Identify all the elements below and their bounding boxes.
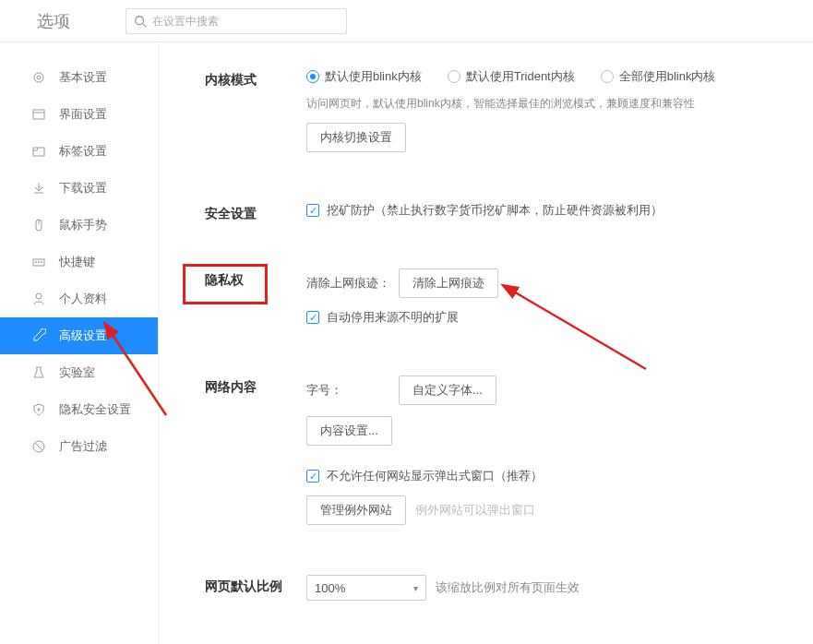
section-label-security: 安全设置 xyxy=(205,202,306,222)
checkbox-mining-protect[interactable]: 挖矿防护（禁止执行数字货币挖矿脚本，防止硬件资源被利用） xyxy=(306,202,663,219)
svg-rect-6 xyxy=(33,148,44,156)
zoom-select[interactable]: 100% ▾ xyxy=(306,575,426,601)
sidebar-item-download[interactable]: 下载设置 xyxy=(0,170,158,207)
zoom-hint: 该缩放比例对所有页面生效 xyxy=(436,579,580,596)
font-label: 字号： xyxy=(306,382,399,399)
sidebar-item-label: 界面设置 xyxy=(59,106,107,123)
svg-point-3 xyxy=(37,76,41,79)
custom-font-button[interactable]: 自定义字体... xyxy=(399,376,496,405)
gear-icon xyxy=(31,70,46,85)
radio-label: 全部使用blink内核 xyxy=(619,68,716,85)
chevron-down-icon: ▾ xyxy=(413,583,418,593)
window-icon xyxy=(31,107,46,122)
svg-point-10 xyxy=(36,262,37,263)
radio-blink-all[interactable]: 全部使用blink内核 xyxy=(601,68,716,85)
sidebar-item-tabs[interactable]: 标签设置 xyxy=(0,133,158,170)
kernel-desc: 访问网页时，默认使用blink内核，智能选择最佳的浏览模式，兼顾速度和兼容性 xyxy=(306,96,795,112)
svg-point-0 xyxy=(136,16,144,24)
sidebar-item-profile[interactable]: 个人资料 xyxy=(0,280,158,317)
checkbox-icon xyxy=(306,311,319,324)
clear-traces-label: 清除上网痕迹： xyxy=(306,275,399,292)
radio-blink-default[interactable]: 默认使用blink内核 xyxy=(306,68,422,85)
sidebar-item-label: 下载设置 xyxy=(59,180,107,197)
radio-label: 默认使用Trident内核 xyxy=(466,68,575,85)
page-title: 选项 xyxy=(37,10,70,32)
search-box[interactable] xyxy=(126,8,347,34)
svg-line-17 xyxy=(35,443,42,450)
sidebar-item-label: 鼠标手势 xyxy=(59,217,107,233)
search-icon xyxy=(134,15,147,28)
section-label-webcontent: 网络内容 xyxy=(205,376,306,396)
svg-point-12 xyxy=(42,262,42,263)
sidebar-item-adblock[interactable]: 广告过滤 xyxy=(0,428,158,465)
radio-trident-default[interactable]: 默认使用Trident内核 xyxy=(448,68,575,85)
clear-traces-button[interactable]: 清除上网痕迹 xyxy=(399,268,498,298)
sidebar-item-shortcut[interactable]: 快捷键 xyxy=(0,244,158,280)
radio-icon xyxy=(448,70,460,83)
user-icon xyxy=(31,292,46,306)
section-label-zoom: 网页默认比例 xyxy=(205,575,306,595)
sidebar-item-label: 基本设置 xyxy=(59,69,107,86)
keyboard-icon xyxy=(31,255,46,269)
download-icon xyxy=(31,181,46,196)
mouse-icon xyxy=(31,218,46,233)
sidebar-item-label: 隐私安全设置 xyxy=(59,401,131,418)
block-icon xyxy=(31,439,46,454)
sidebar-item-label: 个人资料 xyxy=(59,291,107,307)
sidebar-item-label: 快捷键 xyxy=(59,254,95,270)
radio-label: 默认使用blink内核 xyxy=(325,68,422,85)
sidebar-item-interface[interactable]: 界面设置 xyxy=(0,96,158,133)
kernel-switch-button[interactable]: 内核切换设置 xyxy=(306,123,406,152)
section-label-kernel: 内核模式 xyxy=(205,68,306,89)
checkbox-block-popup[interactable]: 不允许任何网站显示弹出式窗口（推荐） xyxy=(306,468,543,484)
radio-icon xyxy=(306,70,319,83)
zoom-value: 100% xyxy=(315,581,345,595)
sidebar-item-basic[interactable]: 基本设置 xyxy=(0,59,158,96)
section-label-privacy: 隐私权 xyxy=(205,268,306,289)
checkbox-label: 挖矿防护（禁止执行数字货币挖矿脚本，防止硬件资源被利用） xyxy=(327,202,663,219)
sidebar-item-label: 标签设置 xyxy=(59,143,107,160)
sidebar-item-mouse[interactable]: 鼠标手势 xyxy=(0,207,158,244)
svg-point-11 xyxy=(39,262,40,263)
svg-point-2 xyxy=(34,73,43,82)
manage-exception-button[interactable]: 管理例外网站 xyxy=(306,495,406,525)
sidebar-item-advanced[interactable]: 高级设置 xyxy=(0,317,158,354)
tab-icon xyxy=(31,144,46,159)
checkbox-auto-disable-ext[interactable]: 自动停用来源不明的扩展 xyxy=(306,309,459,326)
exception-hint: 例外网站可以弹出窗口 xyxy=(415,502,535,519)
search-input[interactable] xyxy=(152,15,339,28)
checkbox-icon xyxy=(306,470,319,483)
content-settings-button[interactable]: 内容设置... xyxy=(306,416,392,446)
radio-icon xyxy=(601,70,614,83)
wrench-icon xyxy=(31,328,46,343)
shield-icon xyxy=(31,402,46,417)
svg-line-1 xyxy=(143,23,147,27)
sidebar-item-label: 高级设置 xyxy=(59,328,107,344)
sidebar-item-lab[interactable]: 实验室 xyxy=(0,354,158,391)
flask-icon xyxy=(31,365,46,380)
svg-point-13 xyxy=(36,293,42,299)
checkbox-label: 自动停用来源不明的扩展 xyxy=(327,309,459,326)
svg-rect-4 xyxy=(33,110,44,119)
checkbox-icon xyxy=(306,204,319,217)
sidebar: 基本设置 界面设置 标签设置 下载设置 鼠标手势 快捷键 个人资料 高级设置 xyxy=(0,42,159,644)
sidebar-item-privacy-security[interactable]: 隐私安全设置 xyxy=(0,391,158,428)
checkbox-label: 不允许任何网站显示弹出式窗口（推荐） xyxy=(327,468,543,484)
sidebar-item-label: 实验室 xyxy=(59,364,95,381)
content-area: 内核模式 默认使用blink内核 默认使用Trident内核 全部使用blink… xyxy=(159,42,813,644)
sidebar-item-label: 广告过滤 xyxy=(59,438,107,455)
